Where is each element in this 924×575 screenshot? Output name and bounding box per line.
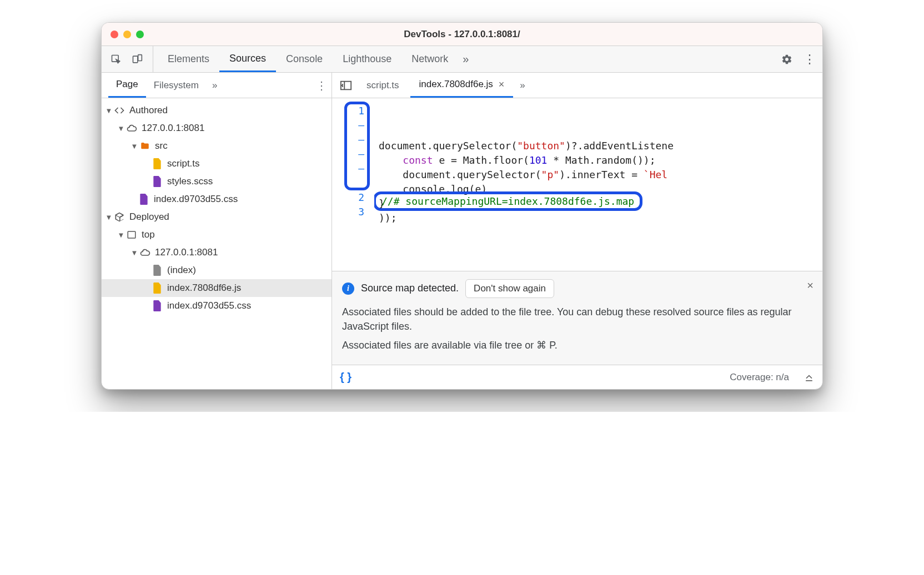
- close-window-button[interactable]: [111, 31, 118, 38]
- code-brackets-icon: [114, 105, 125, 116]
- cloud-icon: [126, 123, 137, 134]
- kebab-menu-icon[interactable]: ⋮: [804, 52, 816, 67]
- minimize-window-button[interactable]: [123, 31, 131, 38]
- file-tab-active[interactable]: index.7808df6e.js ×: [410, 73, 514, 98]
- tab-sources[interactable]: Sources: [219, 46, 276, 72]
- tree-folder-src[interactable]: ▼ src: [102, 137, 332, 155]
- tree-file[interactable]: script.ts: [102, 155, 332, 173]
- expand-drawer-icon[interactable]: [804, 372, 815, 383]
- toggle-navigator-icon[interactable]: [337, 79, 355, 92]
- traffic-lights: [111, 31, 144, 38]
- tree-label: 127.0.0.1:8081: [142, 123, 204, 134]
- navigator-pane: Page Filesystem » ⋮ ▼ Authored ▼: [102, 73, 332, 389]
- highlight-annotation: //# sourceMappingURL=index.7808df6e.js.m…: [374, 191, 642, 211]
- js-file-icon: [152, 283, 163, 294]
- tree-file[interactable]: index.d9703d55.css: [102, 190, 332, 208]
- tree-file[interactable]: (index): [102, 261, 332, 279]
- line-number: 2: [332, 190, 374, 205]
- code-line: document.querySelector("button")?.addEve…: [379, 139, 822, 153]
- folder-icon: [139, 140, 150, 152]
- code-line: ));: [379, 211, 822, 225]
- tree-file[interactable]: index.d9703d55.css: [102, 297, 332, 315]
- devtools-window: DevTools - 127.0.0.1:8081/ Elements Sour…: [101, 22, 823, 390]
- tab-console[interactable]: Console: [276, 46, 333, 72]
- tab-overflow[interactable]: »: [458, 46, 473, 72]
- tree-top[interactable]: ▼ top: [102, 226, 332, 244]
- coverage-status: Coverage: n/a: [730, 372, 789, 383]
- close-banner-icon[interactable]: ×: [807, 279, 813, 292]
- file-tab-overflow[interactable]: »: [515, 73, 529, 98]
- banner-text: Associated files should be added to the …: [342, 305, 812, 334]
- svg-rect-2: [138, 54, 142, 60]
- banner-title: Source map detected.: [361, 283, 459, 294]
- line-gutter: 1 – – – – 2 3: [332, 98, 374, 271]
- code-content: document.querySelector("button")?.addEve…: [374, 98, 822, 271]
- navigator-kebab-icon[interactable]: ⋮: [316, 79, 327, 92]
- code-line: const e = Math.floor(101 * Math.random()…: [379, 153, 822, 168]
- tree-label: index.d9703d55.css: [154, 194, 238, 205]
- tree-label: styles.scss: [167, 176, 213, 187]
- editor-footer: { } Coverage: n/a: [332, 365, 822, 389]
- tree-label: Authored: [129, 105, 168, 116]
- tab-lighthouse[interactable]: Lighthouse: [333, 46, 401, 72]
- file-tab-label: index.7808df6e.js: [419, 79, 493, 90]
- navigator-tabs: Page Filesystem » ⋮: [102, 73, 332, 98]
- tree-label: script.ts: [167, 158, 200, 169]
- info-icon: i: [342, 283, 354, 295]
- tree-label: 127.0.0.1:8081: [155, 247, 218, 258]
- package-icon: [114, 211, 125, 223]
- css-file-icon: [152, 300, 163, 311]
- file-tree: ▼ Authored ▼ 127.0.0.1:8081 ▼: [102, 98, 332, 389]
- tree-label: Deployed: [129, 211, 169, 223]
- chevron-down-icon: ▼: [130, 249, 138, 257]
- close-tab-icon[interactable]: ×: [499, 79, 505, 90]
- tree-authored[interactable]: ▼ Authored: [102, 102, 332, 119]
- highlight-annotation: [344, 102, 370, 190]
- code-editor[interactable]: 1 – – – – 2 3 document.querySelector("bu…: [332, 98, 822, 271]
- svg-rect-3: [128, 231, 135, 238]
- pretty-print-button[interactable]: { }: [340, 371, 351, 384]
- file-tabstrip: script.ts index.7808df6e.js × »: [332, 73, 822, 98]
- window-title: DevTools - 127.0.0.1:8081/: [102, 29, 822, 40]
- frame-icon: [126, 229, 137, 240]
- tree-label: (index): [167, 265, 196, 276]
- tree-file-selected[interactable]: index.7808df6e.js: [102, 279, 332, 297]
- chevron-down-icon: ▼: [130, 142, 138, 150]
- code-line: document.querySelector("p").innerText = …: [379, 168, 822, 182]
- tree-label: src: [155, 140, 168, 152]
- file-icon: [152, 265, 163, 276]
- tree-deployed[interactable]: ▼ Deployed: [102, 208, 332, 226]
- tree-file[interactable]: styles.scss: [102, 173, 332, 190]
- main-tabs: Elements Sources Console Lighthouse Netw…: [158, 46, 781, 72]
- chevron-down-icon: ▼: [117, 231, 125, 239]
- chevron-down-icon: ▼: [105, 213, 113, 221]
- tab-elements[interactable]: Elements: [158, 46, 219, 72]
- chevron-down-icon: ▼: [105, 107, 113, 115]
- settings-icon[interactable]: [781, 54, 792, 65]
- editor-pane: script.ts index.7808df6e.js × » 1 – – – …: [332, 73, 822, 389]
- css-file-icon: [152, 176, 163, 187]
- file-tab[interactable]: script.ts: [358, 73, 408, 98]
- banner-text: Associated files are available via file …: [342, 338, 812, 352]
- tree-host[interactable]: ▼ 127.0.0.1:8081: [102, 119, 332, 137]
- titlebar: DevTools - 127.0.0.1:8081/: [102, 23, 822, 46]
- tree-label: top: [142, 229, 155, 240]
- js-file-icon: [152, 158, 163, 169]
- dont-show-again-button[interactable]: Don't show again: [465, 279, 554, 298]
- navigator-tab-overflow[interactable]: »: [212, 80, 217, 91]
- svg-rect-1: [133, 56, 138, 63]
- maximize-window-button[interactable]: [136, 31, 144, 38]
- device-toolbar-icon[interactable]: [132, 54, 143, 65]
- tab-network[interactable]: Network: [401, 46, 458, 72]
- chevron-down-icon: ▼: [117, 124, 125, 133]
- source-map-banner: i Source map detected. Don't show again …: [332, 271, 822, 365]
- line-number: 3: [332, 205, 374, 219]
- file-tab-label: script.ts: [366, 80, 399, 91]
- navigator-tab-page[interactable]: Page: [108, 73, 146, 98]
- tree-label: index.7808df6e.js: [167, 283, 241, 294]
- tree-host[interactable]: ▼ 127.0.0.1:8081: [102, 244, 332, 261]
- cloud-icon: [139, 247, 150, 258]
- inspect-element-icon[interactable]: [111, 54, 122, 65]
- navigator-tab-filesystem[interactable]: Filesystem: [146, 73, 207, 98]
- main-toolbar: Elements Sources Console Lighthouse Netw…: [102, 46, 822, 73]
